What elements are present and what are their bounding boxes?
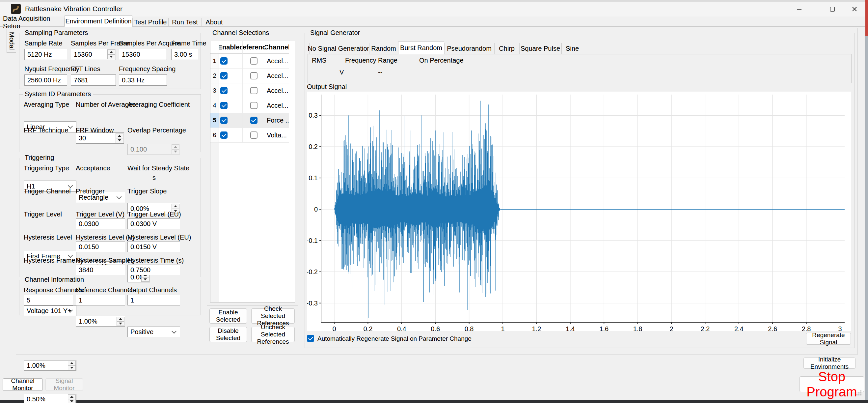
tab-about[interactable]: About (201, 18, 227, 26)
frequency-spacing-field[interactable]: 0.33 Hz (119, 75, 167, 86)
check-icon (222, 73, 226, 78)
output-channels-field[interactable]: 1 (127, 295, 180, 306)
hysteresis-samples-field[interactable]: 3840 (76, 265, 125, 275)
enabled-checkbox[interactable] (220, 102, 227, 109)
sigtab-no-signal-generation[interactable]: No Signal Generation (309, 43, 369, 54)
channel-cell[interactable]: Accel... (265, 54, 289, 68)
hysteresis-level-eu-field[interactable]: 0.0150 V (127, 241, 180, 252)
sigtab-chirp[interactable]: Chirp (494, 43, 519, 54)
tab-data-acquisition-setup[interactable]: Data Acquisition Setup (3, 18, 65, 26)
reference-checkbox[interactable] (250, 117, 257, 124)
tab-environment-definition[interactable]: Environment Definition (65, 16, 132, 27)
close-button[interactable] (843, 2, 865, 17)
pretrigger-spinbox[interactable]: 1.00% (76, 316, 125, 326)
channel-monitor-button[interactable]: Channel Monitor (3, 378, 43, 391)
row-number[interactable]: 2 (210, 68, 219, 83)
reference-checkbox[interactable] (250, 132, 257, 139)
stop-program-button[interactable]: Stop Program (800, 376, 864, 392)
column-header-channel[interactable]: Channel (265, 41, 289, 54)
reference-cell[interactable] (243, 128, 265, 143)
channel-cell[interactable]: Accel... (265, 98, 289, 113)
spinner-arrows-icon[interactable] (68, 395, 76, 403)
trigger-level-v-field[interactable]: 0.0300 (76, 219, 125, 229)
svg-text:-0.1: -0.1 (307, 237, 318, 244)
reference-channels-field[interactable]: 1 (76, 295, 125, 306)
reference-checkbox[interactable] (250, 57, 257, 65)
row-number[interactable]: 3 (210, 83, 219, 98)
check-icon (251, 117, 256, 122)
wait-steady-state-label: Wait for Steady State (127, 165, 189, 172)
enabled-checkbox[interactable] (220, 87, 227, 94)
channel-table[interactable]: Enabled Reference Channel 1Accel...2Acce… (210, 41, 295, 303)
number-of-averages-spinbox[interactable]: 30 (76, 133, 124, 144)
channel-cell[interactable]: Volta... (265, 128, 289, 143)
response-channels-field[interactable]: 5 (24, 295, 73, 306)
sigtab-burst-random[interactable]: Burst Random (398, 41, 444, 54)
enabled-checkbox[interactable] (220, 72, 227, 79)
row-number[interactable]: 5 (210, 113, 219, 128)
enabled-cell[interactable] (219, 68, 243, 83)
enabled-checkbox[interactable] (220, 117, 227, 124)
spinner-arrows-icon[interactable] (117, 317, 124, 326)
trigger-level-eu-field[interactable]: 0.0300 V (127, 219, 180, 229)
regenerate-signal-button[interactable]: Regenerate Signal (806, 333, 851, 345)
minimize-button[interactable] (788, 2, 810, 17)
disable-selected-button[interactable]: Disable Selected (210, 327, 247, 342)
channel-cell[interactable]: Accel... (265, 68, 289, 83)
hysteresis-time-field[interactable]: 0.7500 (127, 265, 180, 275)
maximize-button[interactable] (822, 2, 843, 17)
enabled-cell[interactable] (219, 54, 243, 68)
output-signal-chart[interactable]: 00.20.40.60.811.21.41.61.822.22.42.62.83… (307, 92, 851, 331)
hysteresis-level-spinbox[interactable]: 0.50% (24, 394, 76, 403)
spinner-arrows-icon[interactable] (116, 133, 123, 143)
auto-regenerate-checkbox[interactable] (307, 335, 314, 342)
check-icon (222, 117, 226, 122)
tab-run-test[interactable]: Run Test (168, 18, 201, 26)
nyquist-frequency-field[interactable]: 2560.00 Hz (24, 75, 67, 86)
reference-cell[interactable] (243, 98, 265, 113)
enabled-cell[interactable] (219, 128, 243, 143)
trigger-slope-combobox[interactable]: Positive (127, 326, 180, 337)
sample-rate-field[interactable]: 5120 Hz (24, 49, 67, 60)
svg-text:0.4: 0.4 (397, 325, 406, 331)
resize-grip[interactable] (857, 391, 861, 396)
tab-modal[interactable]: Modal (7, 29, 16, 53)
reference-checkbox[interactable] (250, 72, 257, 79)
enabled-checkbox[interactable] (220, 132, 227, 139)
tab-test-profile[interactable]: Test Profile (132, 18, 168, 26)
spinner-arrows-icon[interactable] (68, 361, 76, 370)
reference-cell[interactable] (243, 54, 265, 68)
row-number[interactable]: 6 (210, 128, 219, 143)
fft-lines-field[interactable]: 7681 (71, 75, 116, 86)
enabled-cell[interactable] (219, 83, 243, 98)
trigger-level-spinbox[interactable]: 1.00% (24, 360, 76, 371)
reference-checkbox[interactable] (250, 102, 257, 109)
sigtab-random[interactable]: Random (369, 43, 398, 54)
initialize-environments-button[interactable]: Initialize Environments (803, 357, 856, 369)
enable-selected-button[interactable]: Enable Selected (210, 309, 247, 324)
reference-checkbox[interactable] (250, 87, 257, 94)
enabled-checkbox[interactable] (220, 57, 227, 65)
enabled-cell[interactable] (219, 98, 243, 113)
channel-cell[interactable]: Force ... (265, 113, 289, 128)
row-number[interactable]: 4 (210, 98, 219, 113)
column-header-reference[interactable]: Reference (243, 41, 265, 54)
samples-per-frame-spinbox[interactable]: 15360 (71, 49, 116, 60)
sigtab-square-pulse[interactable]: Square Pulse (519, 43, 561, 54)
spinner-arrows-icon[interactable] (107, 50, 115, 59)
channel-cell[interactable]: Accel... (265, 83, 289, 98)
check-selected-references-button[interactable]: Check Selected References (251, 309, 295, 324)
uncheck-selected-references-button[interactable]: Uncheck Selected References (251, 327, 295, 342)
hysteresis-level-v-field[interactable]: 0.0150 (76, 241, 125, 252)
frame-time-field[interactable]: 3.00 s (171, 49, 198, 60)
hysteresis-time-label: Hysteresis Time (s) (127, 257, 184, 264)
sigtab-sine[interactable]: Sine (561, 43, 583, 54)
row-number[interactable]: 1 (210, 54, 219, 68)
enabled-cell[interactable] (219, 113, 243, 128)
column-header-enabled[interactable]: Enabled (219, 41, 243, 54)
samples-per-acquire-field[interactable]: 15360 (119, 49, 167, 60)
reference-cell[interactable] (243, 68, 265, 83)
reference-cell[interactable] (243, 113, 265, 128)
reference-cell[interactable] (243, 83, 265, 98)
sigtab-pseudorandom[interactable]: Pseudorandom (444, 43, 494, 54)
